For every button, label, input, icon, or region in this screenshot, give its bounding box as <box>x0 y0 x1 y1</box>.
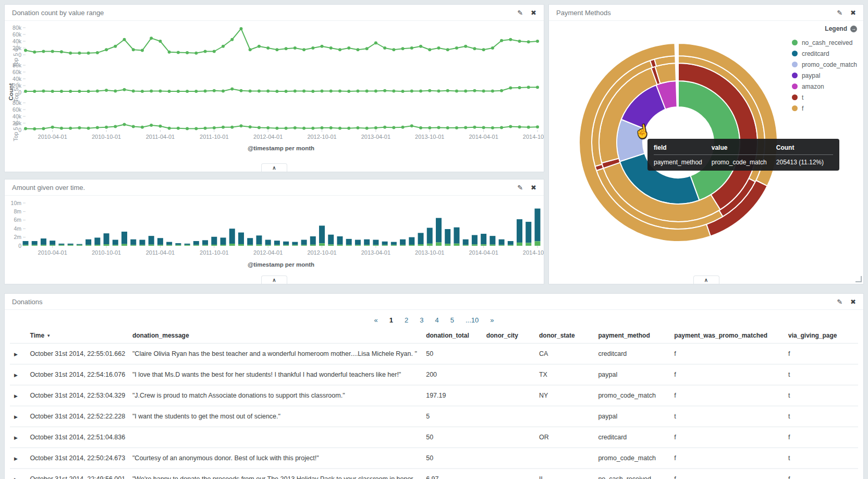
cell-payment_method: promo_code_match <box>594 385 670 406</box>
legend-toggle-icon[interactable]: → <box>850 26 857 32</box>
svg-text:0: 0 <box>18 127 21 133</box>
page-4[interactable]: 4 <box>435 316 438 324</box>
svg-text:2012-04-01: 2012-04-01 <box>253 134 283 140</box>
table-row: ▶October 31st 2014, 22:50:24.673"Courtes… <box>10 448 858 469</box>
page-ellipsis-10[interactable]: ...10 <box>466 316 479 324</box>
expand-row-icon[interactable]: ▶ <box>14 414 18 420</box>
cell-time: October 31st 2014, 22:49:56.001 <box>26 469 128 479</box>
svg-text:2014-10-01: 2014-10-01 <box>523 249 544 256</box>
column-header-donor_city[interactable]: donor_city <box>482 328 535 343</box>
table-row: ▶October 31st 2014, 22:53:04.329"J.Crew … <box>10 385 858 406</box>
panel-title: Payment Methods <box>556 9 611 17</box>
x-axis-title: @timestamp per month <box>5 261 544 268</box>
panel-header: Payment Methods ✎ ✖ <box>549 5 863 21</box>
edit-icon[interactable]: ✎ <box>837 298 842 305</box>
legend-item-t[interactable]: t <box>792 92 857 103</box>
legend-dot <box>792 83 798 89</box>
svg-text:2010-10-01: 2010-10-01 <box>92 134 121 140</box>
cell-donor_state <box>535 448 594 469</box>
page-prev[interactable]: « <box>374 316 378 324</box>
collapse-panel-button[interactable]: ∧ <box>261 163 287 172</box>
table-row: ▶October 31st 2014, 22:51:04.83650ORcred… <box>10 427 858 448</box>
svg-text:20k: 20k <box>13 82 22 89</box>
resize-handle[interactable] <box>855 276 862 282</box>
panel-title: Donations <box>12 298 43 306</box>
cell-donor_city <box>482 406 535 427</box>
close-icon[interactable]: ✖ <box>850 298 856 305</box>
panel-title: Amount given over time. <box>12 184 85 191</box>
close-icon[interactable]: ✖ <box>531 9 536 16</box>
cell-donation_total: 197.19 <box>422 385 482 406</box>
legend-item-promo_code_match[interactable]: promo_code_match <box>792 59 857 70</box>
close-icon[interactable]: ✖ <box>531 184 536 191</box>
column-header-payment_method[interactable]: payment_method <box>594 328 670 343</box>
edit-icon[interactable]: ✎ <box>837 9 842 16</box>
cell-via_giving_page: f <box>784 469 858 479</box>
donations-content: «12345...10» Time▼donation_messagedonati… <box>5 310 863 479</box>
page-5[interactable]: 5 <box>450 316 454 324</box>
panel-header: Donation count by value range ✎ ✖ <box>5 5 544 21</box>
legend-item-creditcard[interactable]: creditcard <box>792 48 857 59</box>
cell-via_giving_page: f <box>784 427 858 448</box>
page-2[interactable]: 2 <box>405 316 408 324</box>
cell-payment_method: creditcard <box>594 427 670 448</box>
column-header-payment_was_promo_matched[interactable]: payment_was_promo_matched <box>670 328 784 343</box>
page-3[interactable]: 3 <box>420 316 423 324</box>
edit-icon[interactable]: ✎ <box>517 184 523 191</box>
legend-item-paypal[interactable]: paypal <box>792 70 857 81</box>
expand-row-icon[interactable]: ▶ <box>14 477 18 479</box>
svg-text:8m: 8m <box>14 208 21 214</box>
column-header-donation_message[interactable]: donation_message <box>128 328 422 343</box>
cell-donor_city <box>482 364 535 385</box>
cell-time: October 31st 2014, 22:52:22.228 <box>26 406 128 427</box>
column-header-donor_state[interactable]: donor_state <box>535 328 594 343</box>
column-header-donation_total[interactable]: donation_total <box>422 328 482 343</box>
cell-donation_message <box>128 427 422 448</box>
svg-text:0: 0 <box>18 89 21 95</box>
line-chart-svg[interactable]: 020k40k60k80k020k40k60k80k020k40k60k80k2… <box>5 21 544 144</box>
svg-text:2013-04-01: 2013-04-01 <box>361 134 390 140</box>
column-header-via_giving_page[interactable]: via_giving_page <box>784 328 858 343</box>
cell-donation_message: "Courtesy of an anonymous donor. Best of… <box>128 448 422 469</box>
legend-item-f[interactable]: f <box>792 103 857 114</box>
edit-icon[interactable]: ✎ <box>517 9 523 16</box>
collapse-panel-button[interactable]: ∧ <box>261 276 287 284</box>
close-icon[interactable]: ✖ <box>850 9 856 16</box>
legend-item-amazon[interactable]: amazon <box>792 81 857 92</box>
svg-text:6m: 6m <box>14 217 21 223</box>
svg-text:2013-10-01: 2013-10-01 <box>415 134 444 140</box>
cell-donor_state: NY <box>535 385 594 406</box>
page-1[interactable]: 1 <box>389 316 393 324</box>
svg-text:2m: 2m <box>14 234 21 240</box>
bar-chart-svg[interactable]: 02m4m6m8m10m2010-04-012010-10-012011-04-… <box>5 197 544 259</box>
chevron-up-icon: ∧ <box>272 165 276 171</box>
legend-item-no_cash_received[interactable]: no_cash_received <box>792 37 857 48</box>
svg-text:2014-04-01: 2014-04-01 <box>469 134 498 140</box>
svg-text:2011-10-01: 2011-10-01 <box>200 249 228 256</box>
expand-row-icon[interactable]: ▶ <box>14 373 18 378</box>
expand-row-icon[interactable]: ▶ <box>14 393 18 399</box>
svg-text:2010-10-01: 2010-10-01 <box>92 249 121 256</box>
legend-header[interactable]: Legend → <box>792 25 857 32</box>
svg-text:2012-10-01: 2012-10-01 <box>307 134 336 140</box>
cell-donation_total: 50 <box>422 343 482 364</box>
panel-donation-count: Donation count by value range ✎ ✖ Count … <box>4 4 544 172</box>
column-header-time[interactable]: Time▼ <box>26 328 128 343</box>
svg-text:2011-04-01: 2011-04-01 <box>146 249 175 256</box>
cell-via_giving_page: t <box>784 406 858 427</box>
cell-payment_method: promo_code_match <box>594 448 670 469</box>
expand-row-icon[interactable]: ▶ <box>14 352 18 357</box>
svg-text:80k: 80k <box>13 100 22 106</box>
page-next[interactable]: » <box>490 316 494 324</box>
column-header-expand <box>10 328 26 343</box>
cell-payment_was_promo_matched: f <box>670 427 784 448</box>
chevron-up-icon: ∧ <box>272 277 276 283</box>
svg-text:60k: 60k <box>13 106 22 113</box>
cell-time: October 31st 2014, 22:54:16.076 <box>26 364 128 385</box>
expand-row-icon[interactable]: ▶ <box>14 456 18 461</box>
collapse-panel-button[interactable]: ∧ <box>693 276 719 284</box>
legend-label: paypal <box>802 72 820 79</box>
cell-donation_message: "J.Crew is proud to match Associate dona… <box>128 385 422 406</box>
legend-dot <box>792 105 798 111</box>
expand-row-icon[interactable]: ▶ <box>14 435 18 440</box>
